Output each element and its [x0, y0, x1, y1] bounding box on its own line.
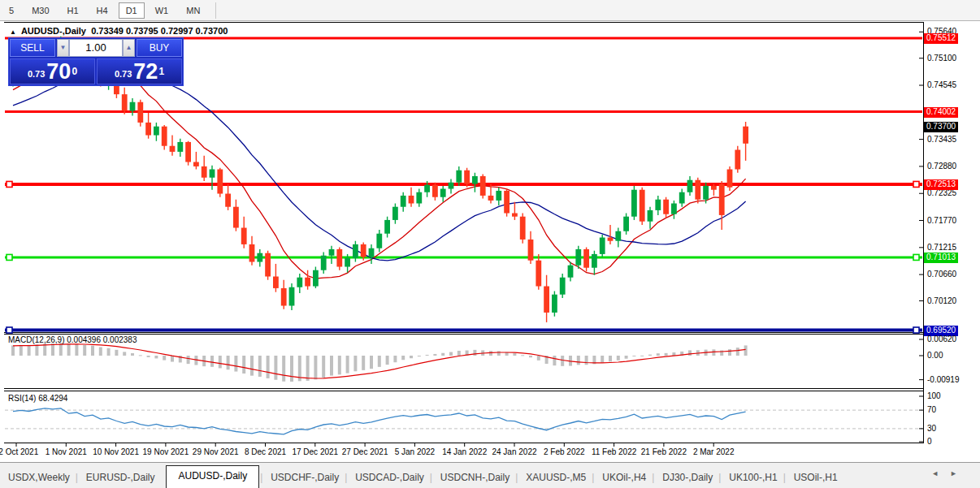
chart-tab-uk100-h1[interactable]: UK100-,H1	[721, 468, 785, 488]
chart-tab-bar: USDX,WeeklyEURUSD-,DailyAUDUSD-,DailyUSD…	[0, 462, 980, 488]
volume-box: ▼ 1.00 ▲	[57, 39, 135, 57]
chart-tab-usoil-h1[interactable]: USOil-,H1	[786, 468, 846, 488]
axis-tick-label: 0.00620	[927, 335, 956, 343]
axis-tick-label: 30	[927, 424, 936, 433]
chart-tab-usdchf-daily[interactable]: USDCHF-,Daily	[262, 468, 347, 488]
date-axis-label: 27 Dec 2021	[342, 447, 388, 456]
axis-line-label: 0.73700	[924, 122, 958, 132]
date-axis-label: 10 Nov 2021	[93, 447, 139, 456]
axis-tick-label: 0.70660	[927, 270, 956, 279]
rsi-pane-bottom-border	[4, 443, 923, 443]
date-axis-label: 1 Nov 2021	[46, 447, 87, 456]
ohlc-high: 0.73795	[126, 26, 158, 36]
ohlc-open: 0.73349	[91, 26, 124, 36]
date-axis-label: 17 Dec 2021	[292, 447, 338, 456]
one-click-trading-widget: SELL ▼ 1.00 ▲ BUY 0.73 70 0 0.73 72 1	[8, 37, 184, 86]
tab-scroll-left-icon[interactable]: ◄	[931, 469, 950, 477]
ohlc-close: 0.73700	[196, 26, 228, 36]
chart-tab-audusd-daily[interactable]: AUDUSD-,Daily	[166, 465, 259, 488]
chart-window	[0, 22, 980, 461]
axis-line-label: 0.75512	[924, 33, 958, 44]
macd-pane-top-border	[4, 334, 923, 335]
buy-button[interactable]: BUY	[137, 39, 182, 57]
date-axis-label: 2 Feb 2022	[544, 447, 585, 456]
date-axis-label: 14 Jan 2022	[442, 447, 487, 456]
bid-price-panel[interactable]: 0.73 70 0	[10, 58, 95, 84]
axis-line-label: 0.72513	[924, 179, 958, 190]
tab-scroll-arrows: ◄►	[931, 469, 969, 477]
date-axis-label: 5 Jan 2022	[395, 447, 436, 456]
bid-big-digits: 70	[46, 61, 71, 82]
ask-big-digits: 72	[133, 61, 158, 82]
bid-prefix: 0.73	[28, 66, 45, 82]
rsi-pane-top-border	[4, 391, 923, 391]
chart-tab-usdcad-daily[interactable]: USDCAD-,Daily	[347, 468, 432, 488]
axis-tick-label: 0.71770	[927, 216, 956, 225]
trading-platform-window: 5M30H1H4D1W1MN ▲AUDUSD-,Daily 0.73349 0.…	[0, 0, 980, 488]
axis-tick-label: 0	[927, 437, 932, 446]
timeframe-button-5[interactable]: 5	[2, 2, 21, 19]
date-axis-label: 21 Feb 2022	[641, 447, 687, 456]
collapse-triangle-icon[interactable]: ▲	[10, 28, 16, 36]
chart-tab-eurusd-daily[interactable]: EURUSD-,Daily	[78, 468, 163, 488]
volume-input[interactable]: 1.00	[69, 39, 123, 57]
axis-tick-label: 70	[927, 405, 936, 414]
macd-pane-bottom-border	[4, 388, 923, 389]
axis-tick-label: 0.72880	[927, 162, 956, 171]
axis-line-label: 0.71013	[924, 253, 958, 263]
axis-line-label: 0.74002	[924, 107, 958, 118]
date-axis-label: 11 Feb 2022	[592, 447, 636, 456]
volume-increase-button[interactable]: ▲	[123, 39, 135, 57]
ask-price-panel[interactable]: 0.73 72 1	[97, 58, 182, 84]
ask-pipette: 1	[158, 59, 164, 84]
sell-button[interactable]: SELL	[10, 39, 55, 57]
macd-label: MACD(12,26,9) 0.004396 0.002383	[8, 335, 137, 344]
axis-tick-label: 0.71215	[927, 243, 956, 252]
timeframe-button-w1[interactable]: W1	[148, 2, 176, 19]
chart-tab-usdcnh-daily[interactable]: USDCNH-,Daily	[432, 468, 518, 488]
axis-tick-label: 0.70120	[927, 296, 956, 305]
ask-prefix: 0.73	[115, 66, 132, 82]
rsi-label: RSI(14) 68.4294	[8, 394, 67, 403]
tab-scroll-right-icon[interactable]: ►	[950, 469, 969, 477]
timeframe-toolbar: 5M30H1H4D1W1MN	[0, 0, 980, 21]
axis-tick-label: 0.73435	[927, 135, 956, 144]
price-axis[interactable]	[923, 22, 924, 443]
volume-decrease-button[interactable]: ▼	[57, 39, 69, 57]
chart-tab-ukoil-h4[interactable]: UKOil-,H4	[594, 468, 654, 488]
chart-tab-xauusd-m5[interactable]: XAUUSD-,M5	[518, 468, 594, 488]
chart-tab-dj30-daily[interactable]: DJ30-,Daily	[654, 468, 721, 488]
timeframe-buttons: 5M30H1H4D1W1MN	[0, 2, 209, 19]
main-pane-bottom-border	[4, 332, 923, 333]
date-axis-label: 8 Dec 2021	[245, 447, 286, 456]
toolbar-separator	[215, 2, 216, 19]
chart-symbol-period: AUDUSD-,Daily	[21, 26, 86, 36]
timeframe-button-h1[interactable]: H1	[60, 2, 86, 19]
timeframe-button-d1[interactable]: D1	[119, 2, 145, 19]
date-axis-label: 19 Nov 2021	[143, 447, 189, 456]
axis-tick-label: 0.00	[927, 351, 943, 360]
axis-tick-label: 100	[927, 391, 941, 400]
chart-title: ▲AUDUSD-,Daily 0.73349 0.73795 0.72997 0…	[10, 26, 228, 36]
date-axis-label: 2 Mar 2022	[693, 447, 735, 456]
timeframe-button-h4[interactable]: H4	[89, 2, 115, 19]
chart-tab-usdx-weekly[interactable]: USDX,Weekly	[0, 468, 78, 488]
axis-tick-label: 0.74545	[927, 80, 956, 89]
ohlc-low: 0.72997	[161, 26, 193, 36]
date-axis-label: 24 Jan 2022	[492, 447, 536, 456]
timeframe-button-m30[interactable]: M30	[24, 2, 56, 19]
axis-tick-label: 0.75100	[927, 54, 956, 63]
bid-pipette: 0	[72, 59, 77, 84]
timeframe-button-mn[interactable]: MN	[179, 2, 207, 19]
axis-tick-label: -0.00919	[927, 375, 959, 384]
date-axis-label: 22 Oct 2021	[0, 447, 38, 456]
main-pane-top-border	[4, 22, 923, 23]
date-axis-label: 29 Nov 2021	[193, 447, 239, 456]
